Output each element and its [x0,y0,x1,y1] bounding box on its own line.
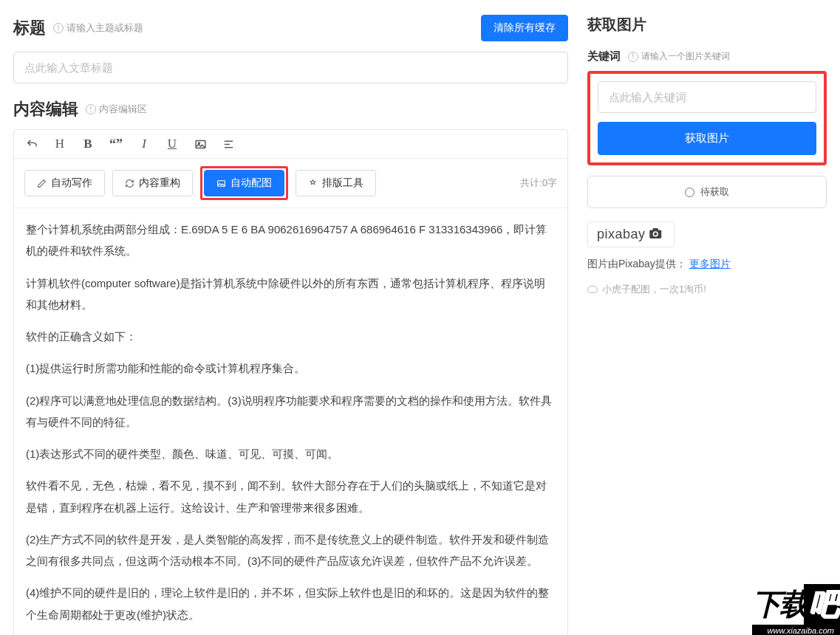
editor-container: H B “” I U 自动写作 内容重构 [13,129,568,635]
restructure-label: 内容重构 [139,176,180,190]
tip-text: 小虎子配图，一次1淘币! [602,283,706,296]
pixabay-text: pixabay [597,227,646,242]
content-editable-area[interactable]: 整个计算机系统由两部分组成：E.69DA 5 E 6 BA 9062616964… [14,208,567,635]
underline-icon[interactable]: U [165,136,180,152]
pixabay-badge: pixabay [587,222,675,247]
auto-image-button[interactable]: 自动配图 [204,170,284,196]
more-images-link[interactable]: 更多图片 [689,258,731,270]
layout-tool-button[interactable]: 排版工具 [296,170,376,196]
svg-point-9 [654,233,657,236]
content-paragraph: 计算机软件(computer software)是指计算机系统中除硬件以外的所有… [26,272,556,316]
restructure-button[interactable]: 内容重构 [112,170,193,196]
tip-line: 小虎子配图，一次1淘币! [587,283,827,296]
count-suffix: 字 [547,177,557,188]
camera-icon [649,227,665,241]
clear-cache-button[interactable]: 清除所有缓存 [481,15,568,41]
auto-write-label: 自动写作 [51,176,92,190]
watermark-url: www.xiazaiba.com [752,625,840,635]
pending-button[interactable]: 待获取 [587,176,827,208]
clear-cache-label: 清除所有缓存 [494,21,556,35]
provider-text: 图片由Pixabay提供： [587,258,686,270]
action-toolbar: 自动写作 内容重构 自动配图 排版工具 [14,159,567,208]
get-image-button[interactable]: 获取图片 [598,122,816,155]
format-toolbar: H B “” I U [14,130,567,159]
undo-icon[interactable] [24,136,39,152]
title-hint-text: 请输入主题或标题 [66,21,143,35]
auto-image-label: 自动配图 [231,176,272,190]
keyword-card-highlight: 获取图片 [587,71,827,165]
image-icon[interactable] [193,136,208,152]
cloud-icon [587,286,598,293]
content-paragraph: (2)程序可以满意地处理信息的数据结构。(3)说明程序功能要求和程序需要的文档的… [26,390,556,433]
get-image-button-label: 获取图片 [685,131,729,145]
title-label: 标题 [13,17,46,39]
content-paragraph: 软件看不见，无色，枯燥，看不见，摸不到，闻不到。软件大部分存在于人们的头脑或纸上… [26,475,556,518]
keyword-input[interactable] [598,81,816,113]
refresh-icon [125,179,134,188]
svg-rect-7 [652,228,658,231]
italic-icon[interactable]: I [137,136,151,152]
heading-icon[interactable]: H [52,136,67,152]
picture-icon [216,179,226,188]
pencil-icon [37,179,47,188]
count-prefix: 共计: [520,177,542,188]
auto-write-button[interactable]: 自动写作 [24,170,105,196]
content-section-label: 内容编辑 ! 内容编辑区 [13,98,568,120]
watermark-text2: 吧 [804,584,840,625]
content-hint: ! 内容编辑区 [86,103,147,116]
get-image-title: 获取图片 [587,15,827,35]
content-paragraph: (4)维护不同的硬件是旧的，理论上软件是旧的，并不坏，但实际上软件也是旧的和坏的… [26,582,556,625]
title-hint: ! 请输入主题或标题 [53,21,143,35]
keyword-hint-text: 请输入一个图片关键词 [641,50,730,63]
align-icon[interactable] [221,136,236,152]
count-value: 0 [542,177,547,188]
keyword-hint: ! 请输入一个图片关键词 [628,50,730,63]
title-section-label: 标题 ! 请输入主题或标题 [13,17,143,39]
circle-icon [685,188,694,197]
provider-line: 图片由Pixabay提供： 更多图片 [587,258,827,271]
watermark: 下载吧 www.xiazaiba.com [752,584,840,635]
info-icon: ! [53,23,64,33]
quote-icon[interactable]: “” [109,136,123,152]
article-title-input[interactable] [13,52,568,83]
bold-icon[interactable]: B [81,136,95,152]
content-paragraph: (2)生产方式不同的软件是开发，是人类智能的高发挥，而不是传统意义上的硬件制造。… [26,529,556,572]
pending-label: 待获取 [700,185,729,199]
title-header-row: 标题 ! 请输入主题或标题 清除所有缓存 [13,15,568,41]
content-paragraph: (1)表达形式不同的硬件类型、颜色、味道、可见、可摸、可闻。 [26,443,556,464]
content-label: 内容编辑 [13,98,78,120]
content-paragraph: (1)提供运行时所需功能和性能的命令或计算机程序集合。 [26,357,556,379]
content-hint-text: 内容编辑区 [99,103,147,116]
content-paragraph: 整个计算机系统由两部分组成：E.69DA 5 E 6 BA 9062616964… [26,219,556,262]
watermark-text1: 下载 [752,584,807,625]
info-icon: ! [628,52,638,62]
layout-tool-label: 排版工具 [322,176,363,190]
content-paragraph: 软件的正确含义如下： [26,326,556,347]
keyword-label-row: 关键词 ! 请输入一个图片关键词 [587,49,827,64]
tool-icon [308,179,318,188]
auto-image-highlight: 自动配图 [200,166,288,200]
keyword-label: 关键词 [587,49,621,64]
word-count: 共计:0字 [520,176,557,190]
info-icon: ! [86,104,96,114]
